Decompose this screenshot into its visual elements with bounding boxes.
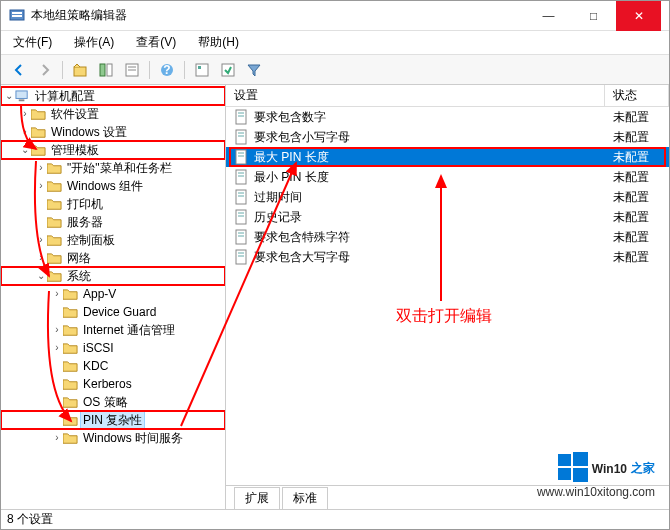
menu-help[interactable]: 帮助(H)	[192, 32, 245, 53]
list-row[interactable]: 过期时间 未配置	[226, 187, 669, 207]
tree-label: 系统	[65, 268, 93, 285]
close-button[interactable]: ✕	[616, 1, 661, 31]
up-button[interactable]	[68, 58, 92, 82]
tree-item-pin-complexity[interactable]: PIN 复杂性	[1, 411, 225, 429]
computer-icon	[15, 90, 30, 103]
policy-icon	[234, 149, 250, 165]
expand-icon[interactable]: ⌄	[3, 91, 15, 101]
tree-item-app-v[interactable]: › App-V	[1, 285, 225, 303]
tree-item-start-menu[interactable]: › "开始"菜单和任务栏	[1, 159, 225, 177]
folder-icon	[63, 378, 78, 391]
folder-icon	[31, 108, 46, 121]
expand-icon[interactable]: ⌄	[35, 271, 47, 281]
tree-item-servers[interactable]: 服务器	[1, 213, 225, 231]
folder-icon	[63, 288, 78, 301]
tree-item-windows-time[interactable]: › Windows 时间服务	[1, 429, 225, 447]
tree-label: PIN 复杂性	[81, 412, 144, 429]
svg-rect-19	[236, 130, 246, 144]
expand-icon[interactable]: ›	[35, 235, 47, 245]
tree-item-printers[interactable]: 打印机	[1, 195, 225, 213]
tree-item-kdc[interactable]: KDC	[1, 357, 225, 375]
tree-item-software-settings[interactable]: › 软件设置	[1, 105, 225, 123]
expand-icon[interactable]: ›	[51, 289, 63, 299]
list-row-selected[interactable]: 最大 PIN 长度 未配置	[226, 147, 669, 167]
help-button[interactable]: ?	[155, 58, 179, 82]
folder-icon	[31, 144, 46, 157]
folder-icon	[63, 342, 78, 355]
tree-item-kerberos[interactable]: Kerberos	[1, 375, 225, 393]
title-bar: 本地组策略编辑器 — □ ✕	[1, 1, 669, 31]
expand-icon[interactable]: ›	[19, 127, 31, 137]
expand-icon	[51, 415, 63, 425]
filter-button[interactable]	[242, 58, 266, 82]
expand-icon	[51, 397, 63, 407]
svg-rect-12	[198, 66, 201, 69]
tree-label: Internet 通信管理	[81, 322, 177, 339]
toolbar: ?	[1, 55, 669, 85]
tree-label: Windows 时间服务	[81, 430, 185, 447]
tree-item-iscsi[interactable]: › iSCSI	[1, 339, 225, 357]
expand-icon[interactable]: ›	[35, 163, 47, 173]
list-header: 设置 状态	[226, 85, 669, 107]
expand-icon[interactable]: ›	[35, 181, 47, 191]
maximize-button[interactable]: □	[571, 1, 616, 31]
tree-item-system[interactable]: ⌄ 系统	[1, 267, 225, 285]
list-item-state: 未配置	[605, 149, 669, 166]
tree-item-computer-config[interactable]: ⌄ 计算机配置	[1, 87, 225, 105]
show-tree-button[interactable]	[94, 58, 118, 82]
expand-icon[interactable]: ›	[51, 325, 63, 335]
tree-item-control-panel[interactable]: › 控制面板	[1, 231, 225, 249]
list-item-text: 过期时间	[254, 189, 605, 206]
content-area: ⌄ 计算机配置 › 软件设置 › Windows 设置 ⌄ 管理模板 › "开始…	[1, 85, 669, 509]
tree-item-windows-components[interactable]: › Windows 组件	[1, 177, 225, 195]
expand-icon[interactable]: ›	[51, 343, 63, 353]
column-header-state[interactable]: 状态	[605, 85, 669, 106]
svg-rect-4	[100, 64, 105, 76]
tree-item-os-policy[interactable]: OS 策略	[1, 393, 225, 411]
expand-icon[interactable]: ›	[51, 433, 63, 443]
expand-icon[interactable]: ›	[19, 109, 31, 119]
policy-icon	[234, 189, 250, 205]
folder-icon	[47, 180, 62, 193]
minimize-button[interactable]: —	[526, 1, 571, 31]
svg-rect-15	[19, 99, 25, 101]
policy-icon	[234, 209, 250, 225]
tab-standard[interactable]: 标准	[282, 487, 328, 509]
tree-label: OS 策略	[81, 394, 130, 411]
forward-button[interactable]	[33, 58, 57, 82]
list-row[interactable]: 要求包含特殊字符 未配置	[226, 227, 669, 247]
svg-rect-2	[12, 15, 22, 17]
list-row[interactable]: 要求包含小写字母 未配置	[226, 127, 669, 147]
properties-button[interactable]	[120, 58, 144, 82]
tree-item-internet-comm[interactable]: › Internet 通信管理	[1, 321, 225, 339]
list-row[interactable]: 要求包含大写字母 未配置	[226, 247, 669, 267]
menu-action[interactable]: 操作(A)	[68, 32, 120, 53]
expand-icon[interactable]: ›	[35, 253, 47, 263]
expand-icon	[35, 217, 47, 227]
back-button[interactable]	[7, 58, 31, 82]
svg-rect-11	[196, 64, 208, 76]
svg-rect-14	[16, 90, 27, 98]
tree-item-admin-templates[interactable]: ⌄ 管理模板	[1, 141, 225, 159]
window-title: 本地组策略编辑器	[31, 7, 526, 24]
menu-view[interactable]: 查看(V)	[130, 32, 182, 53]
menu-bar: 文件(F) 操作(A) 查看(V) 帮助(H)	[1, 31, 669, 55]
list-body[interactable]: 要求包含数字 未配置 要求包含小写字母 未配置 最大 PIN 长度 未配置 最小…	[226, 107, 669, 485]
tree-label: App-V	[81, 287, 118, 301]
tree-item-device-guard[interactable]: Device Guard	[1, 303, 225, 321]
tree-item-windows-settings[interactable]: › Windows 设置	[1, 123, 225, 141]
column-header-setting[interactable]: 设置	[226, 85, 605, 106]
expand-icon[interactable]: ⌄	[19, 145, 31, 155]
menu-file[interactable]: 文件(F)	[7, 32, 58, 53]
tree-label: Windows 设置	[49, 124, 129, 141]
tree-item-network[interactable]: › 网络	[1, 249, 225, 267]
list-row[interactable]: 历史记录 未配置	[226, 207, 669, 227]
list-row[interactable]: 最小 PIN 长度 未配置	[226, 167, 669, 187]
app-icon	[9, 8, 25, 24]
extra-button-1[interactable]	[190, 58, 214, 82]
tab-extend[interactable]: 扩展	[234, 487, 280, 509]
tree-pane[interactable]: ⌄ 计算机配置 › 软件设置 › Windows 设置 ⌄ 管理模板 › "开始…	[1, 85, 226, 509]
tree-label: 服务器	[65, 214, 105, 231]
list-row[interactable]: 要求包含数字 未配置	[226, 107, 669, 127]
extra-button-2[interactable]	[216, 58, 240, 82]
